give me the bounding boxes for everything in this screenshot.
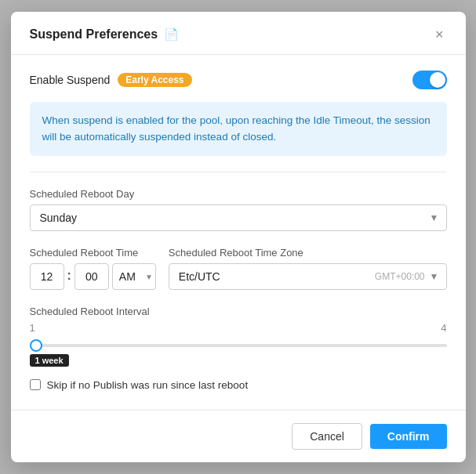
reboot-interval-section: Scheduled Reboot Interval 1 4 1 week: [30, 306, 447, 367]
enable-suspend-toggle[interactable]: [412, 71, 447, 89]
time-minute-input[interactable]: [74, 263, 109, 290]
enable-suspend-left: Enable Suspend Early Access: [30, 73, 192, 87]
time-hour-input[interactable]: [30, 263, 64, 290]
interval-max: 4: [441, 322, 446, 334]
reboot-time-group: Scheduled Reboot Time : AM PM ▼: [30, 247, 156, 290]
timezone-wrapper: Etc/UTC US/Eastern US/Pacific US/Central…: [169, 263, 447, 290]
interval-slider[interactable]: [30, 344, 447, 347]
modal-body: Enable Suspend Early Access When suspend…: [11, 55, 466, 410]
modal-footer: Cancel Confirm: [11, 410, 466, 462]
reboot-time-label: Scheduled Reboot Time: [30, 247, 156, 259]
cancel-button[interactable]: Cancel: [292, 423, 362, 450]
document-icon: 📄: [164, 27, 179, 42]
title-label: Suspend Preferences: [30, 27, 158, 42]
reboot-timezone-group: Scheduled Reboot Time Zone Etc/UTC US/Ea…: [169, 247, 447, 290]
early-access-badge: Early Access: [118, 73, 191, 87]
reboot-timezone-label: Scheduled Reboot Time Zone: [169, 247, 447, 259]
close-button[interactable]: ×: [432, 26, 447, 43]
reboot-day-select-wrapper: Sunday Monday Tuesday Wednesday Thursday…: [30, 204, 447, 231]
skip-checkbox[interactable]: [30, 379, 41, 390]
time-inputs: : AM PM ▼: [30, 263, 156, 290]
modal-title: Suspend Preferences 📄: [30, 27, 180, 42]
reboot-interval-label: Scheduled Reboot Interval: [30, 306, 447, 317]
toggle-thumb: [430, 72, 445, 88]
modal-header: Suspend Preferences 📄 ×: [11, 12, 466, 55]
skip-checkbox-row: Skip if no Publish was run since last re…: [30, 379, 447, 391]
reboot-day-select[interactable]: Sunday Monday Tuesday Wednesday Thursday…: [30, 204, 447, 231]
time-colon: :: [67, 269, 71, 284]
ampm-select[interactable]: AM PM: [112, 263, 156, 290]
suspend-preferences-modal: Suspend Preferences 📄 × Enable Suspend E…: [11, 12, 466, 462]
reboot-day-label: Scheduled Reboot Day: [30, 188, 447, 200]
timezone-select[interactable]: Etc/UTC US/Eastern US/Pacific US/Central: [169, 263, 447, 290]
skip-checkbox-label: Skip if no Publish was run since last re…: [47, 379, 249, 391]
info-box: When suspend is enabled for the pool, up…: [30, 102, 447, 156]
enable-suspend-row: Enable Suspend Early Access: [30, 71, 447, 89]
ampm-wrapper: AM PM ▼: [112, 263, 156, 290]
interval-minmax: 1 4: [30, 322, 447, 334]
confirm-button[interactable]: Confirm: [370, 424, 447, 449]
week-badge: 1 week: [30, 354, 69, 367]
enable-suspend-label: Enable Suspend: [30, 74, 111, 86]
interval-min: 1: [30, 322, 35, 334]
info-box-text: When suspend is enabled for the pool, up…: [42, 114, 431, 142]
time-row: Scheduled Reboot Time : AM PM ▼ Schedule: [30, 247, 447, 290]
divider: [30, 172, 447, 172]
